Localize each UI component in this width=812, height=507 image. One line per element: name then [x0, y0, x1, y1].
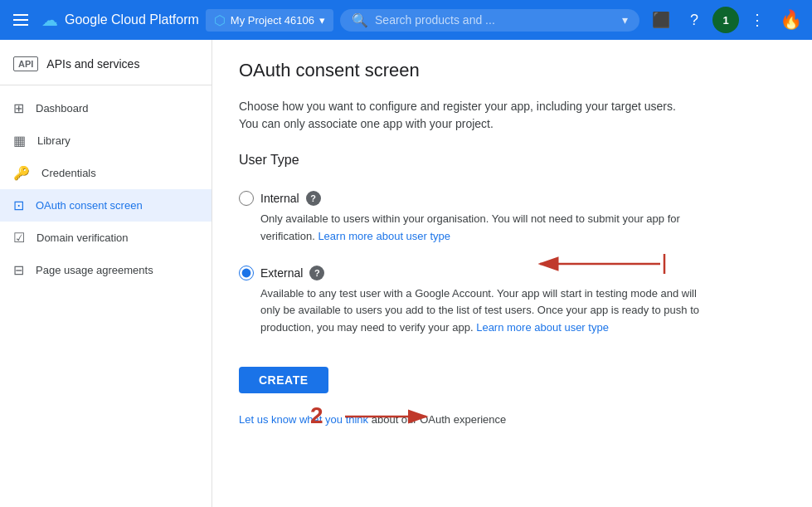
page-description: Choose how you want to configure and reg…	[239, 98, 687, 133]
feedback-rest: about our OAuth experience	[368, 413, 506, 426]
external-learn-more-link[interactable]: Learn more about user type	[476, 321, 609, 334]
project-dot-icon: ⬡	[214, 12, 226, 28]
internal-description: Only available to users within your orga…	[239, 211, 703, 246]
external-radio[interactable]	[239, 266, 254, 280]
user-type-radio-group: Internal ? Only available to users withi…	[239, 181, 785, 347]
project-name: My Project 46106	[231, 14, 314, 27]
help-icon[interactable]: ?	[679, 5, 709, 35]
internal-radio[interactable]	[239, 191, 254, 206]
sidebar-label-oauth: OAuth consent screen	[36, 199, 143, 212]
feedback-link[interactable]: Let us know what you think	[239, 413, 368, 426]
top-navigation: ☁ Google Cloud Platform ⬡ My Project 461…	[0, 0, 812, 40]
sidebar-label-domain: Domain verification	[36, 232, 129, 244]
main-content: OAuth consent screen Choose how you want…	[212, 40, 812, 446]
user-type-section-title: User Type	[239, 153, 785, 168]
project-selector[interactable]: ⬡ My Project 46106 ▾	[206, 9, 333, 32]
sidebar-item-oauth[interactable]: ⊡ OAuth consent screen	[0, 189, 212, 222]
brand-name: Google Cloud Platform	[65, 12, 199, 27]
search-chevron-icon[interactable]: ▾	[622, 13, 628, 27]
user-avatar[interactable]: 1	[712, 7, 739, 33]
hamburger-menu[interactable]	[7, 7, 35, 32]
sidebar-item-credentials[interactable]: 🔑 Credentials	[0, 157, 212, 189]
firebase-icon[interactable]: 🔥	[776, 5, 805, 35]
app-layout: API APIs and services ⊞ Dashboard ▦ Libr…	[0, 40, 812, 507]
internal-help-icon[interactable]: ?	[306, 191, 321, 206]
create-button[interactable]: CREATE	[239, 367, 328, 393]
search-bar[interactable]: 🔍 ▾	[340, 9, 639, 32]
sidebar-item-domain[interactable]: ☑ Domain verification	[0, 222, 212, 254]
more-options-icon[interactable]: ⋮	[742, 5, 772, 35]
main-wrapper: OAuth consent screen Choose how you want…	[212, 40, 812, 507]
external-description: Available to any test user with a Google…	[239, 285, 703, 337]
sidebar-item-page-usage[interactable]: ⊟ Page usage agreements	[0, 254, 212, 286]
sidebar: API APIs and services ⊞ Dashboard ▦ Libr…	[0, 40, 212, 507]
sidebar-header: API APIs and services	[0, 46, 212, 85]
dashboard-icon: ⊞	[13, 100, 24, 116]
page-title: OAuth consent screen	[239, 60, 785, 81]
internal-option: Internal ? Only available to users withi…	[239, 181, 785, 256]
sidebar-label-page-usage: Page usage agreements	[36, 264, 153, 276]
api-badge: API	[13, 56, 38, 71]
credentials-icon: 🔑	[13, 165, 30, 181]
internal-label: Internal	[260, 192, 299, 205]
sidebar-title: APIs and services	[46, 57, 139, 71]
nav-actions: ⬛ ? 1 ⋮ 🔥	[646, 5, 805, 35]
external-label-row: External ?	[239, 266, 785, 280]
external-option: External ? Available to any test user wi…	[239, 256, 785, 347]
search-input[interactable]	[375, 13, 615, 27]
page-usage-icon: ⊟	[13, 262, 24, 278]
feedback-section: Let us know what you think about our OAu…	[239, 413, 785, 426]
external-label: External	[260, 266, 303, 280]
sidebar-label-credentials: Credentials	[41, 167, 96, 179]
cloud-icon: ☁	[41, 10, 58, 30]
domain-icon: ☑	[13, 230, 25, 246]
terminal-icon[interactable]: ⬛	[646, 5, 676, 35]
sidebar-label-library: Library	[37, 134, 71, 147]
oauth-icon: ⊡	[13, 197, 24, 213]
brand-logo: ☁ Google Cloud Platform	[41, 10, 199, 30]
search-icon: 🔍	[352, 12, 368, 28]
sidebar-item-library[interactable]: ▦ Library	[0, 124, 212, 157]
library-icon: ▦	[13, 133, 26, 149]
create-section: CREATE	[239, 367, 785, 393]
sidebar-item-dashboard[interactable]: ⊞ Dashboard	[0, 92, 212, 124]
internal-label-row: Internal ?	[239, 191, 785, 206]
sidebar-label-dashboard: Dashboard	[36, 102, 89, 115]
internal-learn-more-link[interactable]: Learn more about user type	[318, 230, 450, 242]
project-chevron-icon: ▾	[319, 14, 325, 27]
external-help-icon[interactable]: ?	[309, 266, 324, 280]
